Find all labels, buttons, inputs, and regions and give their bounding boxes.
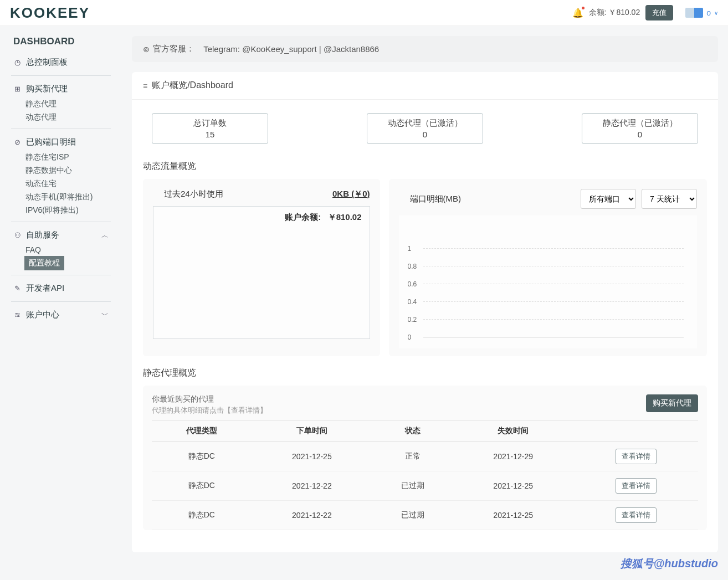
chevron-down-icon: ﹀	[101, 310, 109, 320]
clock-icon: ◷	[13, 58, 22, 66]
user-menu[interactable]: o ∨	[685, 8, 718, 18]
balance-label: 余额: ￥810.02	[589, 8, 640, 18]
chevron-down-icon: ∨	[714, 10, 718, 16]
table-header: 状态	[372, 420, 453, 442]
usage-card: 过去24小时使用 0KB (￥0) 账户余额: ￥810.02	[143, 179, 380, 356]
table-header	[573, 420, 698, 442]
sidebar-sub-ipv6[interactable]: IPV6(即将推出)	[11, 204, 111, 217]
table-header: 代理类型	[152, 420, 252, 442]
sidebar-item-self-service[interactable]: ⚇ 自助服务 ︿	[11, 227, 111, 244]
stat-dynamic: 动态代理（已激活） 0	[367, 113, 483, 144]
stat-static: 静态代理（已激活） 0	[582, 113, 698, 144]
logo: KOOKEEY	[10, 4, 90, 22]
sidebar-sub-isp[interactable]: 静态住宅ISP	[11, 151, 111, 164]
port-select[interactable]: 所有端口	[581, 189, 636, 209]
sidebar-sub-faq[interactable]: FAQ	[11, 244, 111, 256]
table-row: 静态DC2021-12-25正常2021-12-29查看详情	[152, 442, 698, 471]
chart-tick: 0	[408, 333, 412, 341]
proxy-table: 代理类型下单时间状态失效时间 静态DC2021-12-25正常2021-12-2…	[152, 420, 698, 530]
username: o	[706, 8, 711, 17]
chart-tick: 0.2	[408, 316, 417, 324]
chevron-up-icon: ︿	[101, 230, 109, 240]
message-icon: ⊞	[13, 85, 22, 93]
usage-value[interactable]: 0KB (￥0)	[332, 189, 370, 199]
check-icon: ⊘	[13, 138, 22, 146]
support-contacts: Telegram: @KooKeey_support | @Jacktan886…	[203, 44, 379, 54]
sidebar-item-dashboard[interactable]: ◷ 总控制面板	[11, 54, 111, 71]
recent-title: 你最近购买的代理	[152, 394, 267, 404]
chart-tick: 0.4	[408, 298, 417, 306]
bell-icon[interactable]: 🔔	[572, 8, 583, 18]
support-banner: ⊚ 官方客服： Telegram: @KooKeey_support | @Ja…	[132, 36, 718, 62]
table-header: 失效时间	[453, 420, 574, 442]
stat-orders: 总订单数 15	[152, 113, 268, 144]
usage-label: 过去24小时使用	[153, 189, 223, 199]
detail-button[interactable]: 查看详情	[616, 478, 657, 494]
user-icon: ⚇	[13, 231, 22, 239]
table-header: 下单时间	[252, 420, 373, 442]
main: ⊚ 官方客服： Telegram: @KooKeey_support | @Ja…	[122, 26, 728, 552]
chart-tick: 0.8	[408, 263, 417, 270]
days-select[interactable]: 7 天统计	[642, 189, 697, 209]
sidebar-item-ports[interactable]: ⊘ 已购端口明细	[11, 134, 111, 151]
sidebar-heading: DASHBOARD	[0, 36, 122, 49]
chart-area: 00.20.40.60.81	[407, 238, 689, 337]
usage-body: 账户余额: ￥810.02	[153, 206, 370, 339]
topbar-right: 🔔 余额: ￥810.02 充值 o ∨	[572, 5, 718, 20]
traffic-title: 动态流量概览	[132, 150, 718, 179]
sidebar-sub-dc[interactable]: 静态数据中心	[11, 164, 111, 177]
edit-icon: ✎	[13, 284, 22, 292]
card-balance: ￥810.02	[328, 212, 362, 222]
balance-value: ￥810.02	[608, 8, 640, 17]
sidebar-item-buy[interactable]: ⊞ 购买新代理	[11, 80, 111, 97]
port-chart: 00.20.40.60.81	[399, 215, 697, 348]
layers-icon: ≋	[13, 311, 22, 319]
port-card: 端口明细(MB) 所有端口 7 天统计 00.20.40.60.81	[389, 179, 707, 356]
sidebar-item-account[interactable]: ≋ 账户中心 ﹀	[11, 306, 111, 324]
chart-tick: 1	[408, 245, 412, 253]
stat-row: 总订单数 15 动态代理（已激活） 0 静态代理（已激活） 0	[132, 100, 718, 150]
dashboard-panel: ≡ 账户概览/Dashboard 总订单数 15 动态代理（已激活） 0 静态代…	[132, 72, 718, 552]
avatar-icon	[685, 8, 703, 18]
buy-proxy-button[interactable]: 购买新代理	[646, 394, 698, 412]
sidebar-item-api[interactable]: ✎ 开发者API	[11, 280, 111, 297]
sidebar-sub-dynamic-proxy[interactable]: 动态代理	[11, 111, 111, 124]
headset-icon: ⊚	[143, 45, 150, 54]
panel-title: ≡ 账户概览/Dashboard	[132, 72, 718, 100]
chart-tick: 0.6	[408, 280, 417, 288]
proxy-table-section: 你最近购买的代理 代理的具体明细请点击【查看详情】 购买新代理 代理类型下单时间…	[143, 386, 707, 530]
static-title: 静态代理概览	[132, 356, 718, 386]
detail-button[interactable]: 查看详情	[616, 449, 657, 464]
sidebar: DASHBOARD ◷ 总控制面板 ⊞ 购买新代理 静态代理 动态代理 ⊘ 已购…	[0, 26, 122, 552]
sidebar-sub-dyn-mobile[interactable]: 动态手机(即将推出)	[11, 191, 111, 204]
topbar: KOOKEEY 🔔 余额: ￥810.02 充值 o ∨	[0, 0, 728, 26]
table-row: 静态DC2021-12-22已过期2021-12-25查看详情	[152, 471, 698, 501]
sidebar-sub-dyn-res[interactable]: 动态住宅	[11, 177, 111, 191]
recharge-button[interactable]: 充值	[645, 5, 673, 20]
port-label: 端口明细(MB)	[399, 194, 462, 204]
sidebar-sub-config-tutorial[interactable]: 配置教程	[24, 256, 64, 270]
recent-hint: 代理的具体明细请点击【查看详情】	[152, 406, 267, 415]
table-row: 静态DC2021-12-22已过期2021-12-25查看详情	[152, 501, 698, 530]
sidebar-sub-static-proxy[interactable]: 静态代理	[11, 97, 111, 111]
menu-icon: ≡	[143, 81, 147, 90]
detail-button[interactable]: 查看详情	[616, 507, 657, 523]
